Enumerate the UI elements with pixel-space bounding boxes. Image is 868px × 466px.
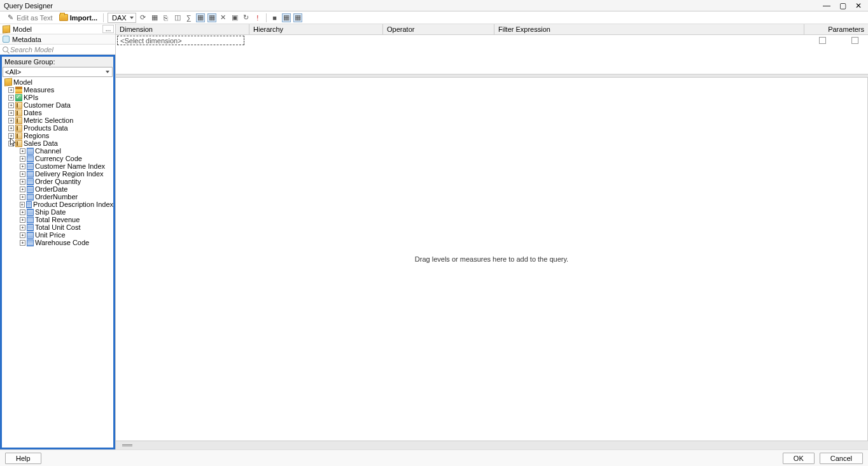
tree-node-regions[interactable]: +Regions [2,132,113,139]
tree-attr-unit-price[interactable]: +Unit Price [2,231,113,239]
attribute-icon [27,194,34,201]
tree-node-label: Dates [24,109,42,117]
expander-icon[interactable]: + [20,171,25,177]
tree-attr-ship-date[interactable]: +Ship Date [2,208,113,216]
window-title: Query Designer [4,2,823,10]
copy-icon[interactable]: ⎘ [162,13,171,22]
col-parameters[interactable]: Parameters [804,24,868,34]
expander-icon[interactable]: + [20,202,25,208]
expander-icon[interactable]: + [20,148,25,154]
import-button[interactable]: Import... [57,13,99,22]
model-header: Model ... [0,24,115,34]
tree-node-products-data[interactable]: +Products Data [2,124,113,132]
cancel-icon[interactable]: ■ [270,13,279,22]
expander-icon[interactable]: + [20,209,25,215]
expander-icon[interactable]: + [20,179,25,185]
expander-icon[interactable]: + [8,141,14,146]
tree-attr-currency-code[interactable]: +Currency Code [2,155,113,162]
language-dropdown[interactable]: DAX [108,13,136,23]
attribute-icon [27,239,34,246]
tree-node-label: Metric Selection [24,117,73,124]
measure-group-dropdown[interactable]: <All> [3,67,113,77]
tree-attr-channel[interactable]: +Channel [2,147,113,155]
tree-attr-warehouse-code[interactable]: +Warehouse Code [2,239,113,246]
tree-node-measures[interactable]: +Measures [2,86,113,94]
expander-icon[interactable]: + [8,87,14,93]
expander-icon[interactable]: + [20,217,25,223]
toolbar: ✎ Edit as Text Import... DAX ⟳ ▦ ⎘ ◫ ∑ ▦… [0,11,868,24]
tree-attr-orderdate[interactable]: +OrderDate [2,185,113,193]
design-mode-icon[interactable]: ▦ [282,13,291,22]
tree-node-dates[interactable]: +Dates [2,109,113,117]
tree-node-customer-data[interactable]: +Customer Data [2,101,113,109]
expander-icon[interactable]: + [20,232,25,238]
delete-icon[interactable]: ✕ [219,13,228,22]
tree-attr-label: Total Unit Cost [35,223,81,231]
param-checkbox-2[interactable] [851,37,858,44]
minimize-button[interactable]: — [823,2,830,10]
tree-attr-label: Product Description Index [33,201,113,208]
maximize-button[interactable]: ▢ [839,2,846,10]
search-row[interactable]: Search Model [0,45,115,55]
toggle-2-icon[interactable]: ▦ [207,13,216,22]
tree-attr-product-description-index[interactable]: +Product Description Index [2,201,113,208]
expander-icon[interactable]: + [8,102,14,108]
ok-button[interactable]: OK [783,453,815,464]
query-mode-icon[interactable]: ▦ [293,13,302,22]
col-filter-expr[interactable]: Filter Expression [494,24,804,34]
toggle-1-icon[interactable]: ▦ [196,13,205,22]
expander-icon[interactable]: + [8,125,14,131]
expander-icon[interactable]: + [20,156,25,162]
tree-attr-label: Customer Name Index [35,162,105,170]
close-button[interactable]: ✕ [855,2,862,10]
tree-attr-order-quantity[interactable]: +Order Quantity [2,178,113,185]
help-button[interactable]: Help [5,453,41,464]
query-drop-area[interactable]: Drag levels or measures here to add to t… [116,78,868,441]
auto-exec-icon[interactable]: ↻ [242,13,251,22]
param-checkbox-1[interactable] [819,37,826,44]
tree-node-kpis[interactable]: +KPIs [2,94,113,101]
edit-as-text-button[interactable]: ✎ Edit as Text [4,13,55,23]
tree-root[interactable]: Model [2,78,113,86]
metadata-tab[interactable]: Metadata [0,34,115,45]
dim-icon [15,140,22,147]
expander-icon[interactable]: + [8,133,14,139]
tree-node-sales-data[interactable]: +Sales Data [2,139,113,147]
expander-icon[interactable]: + [20,187,25,192]
dim-icon [15,117,22,124]
model-ellipsis-button[interactable]: ... [102,25,114,33]
expander-icon[interactable]: + [8,110,14,116]
calc-icon[interactable]: ∑ [185,13,193,22]
meas-icon [15,87,22,94]
attribute-icon [27,178,34,185]
expander-icon[interactable]: + [8,95,14,101]
col-dimension[interactable]: Dimension [116,24,249,34]
expander-icon[interactable]: + [20,164,25,169]
member-icon[interactable]: ◫ [173,13,182,22]
expander-icon[interactable]: + [20,194,25,200]
expander-icon[interactable]: + [20,225,25,230]
tree-node-metric-selection[interactable]: +Metric Selection [2,117,113,124]
drag-handle-icon[interactable] [122,444,132,446]
execute-icon[interactable]: ! [253,13,262,22]
expander-icon[interactable]: + [20,240,25,246]
table-icon[interactable]: ▦ [150,13,159,22]
col-hierarchy[interactable]: Hierarchy [249,24,383,34]
attribute-icon [27,155,34,162]
tree-attr-ordernumber[interactable]: +OrderNumber [2,193,113,201]
tree-attr-total-revenue[interactable]: +Total Revenue [2,216,113,223]
tree-attr-label: OrderDate [35,185,67,193]
tree-attr-delivery-region-index[interactable]: +Delivery Region Index [2,170,113,178]
col-operator[interactable]: Operator [383,24,494,34]
tree-attr-customer-name-index[interactable]: +Customer Name Index [2,162,113,170]
cancel-button[interactable]: Cancel [820,453,863,464]
tree-attr-total-unit-cost[interactable]: +Total Unit Cost [2,223,113,231]
cube-icon [4,78,12,86]
select-dimension-cell[interactable]: <Select dimension> [117,36,244,45]
refresh-icon[interactable]: ⟳ [139,13,148,22]
expander-icon[interactable]: + [8,118,14,124]
metadata-panel: Measure Group: <All> Model +Measures+KPI… [0,55,115,449]
dim-icon [15,102,22,109]
show-empty-icon[interactable]: ▣ [230,13,239,22]
attribute-icon [26,201,32,208]
